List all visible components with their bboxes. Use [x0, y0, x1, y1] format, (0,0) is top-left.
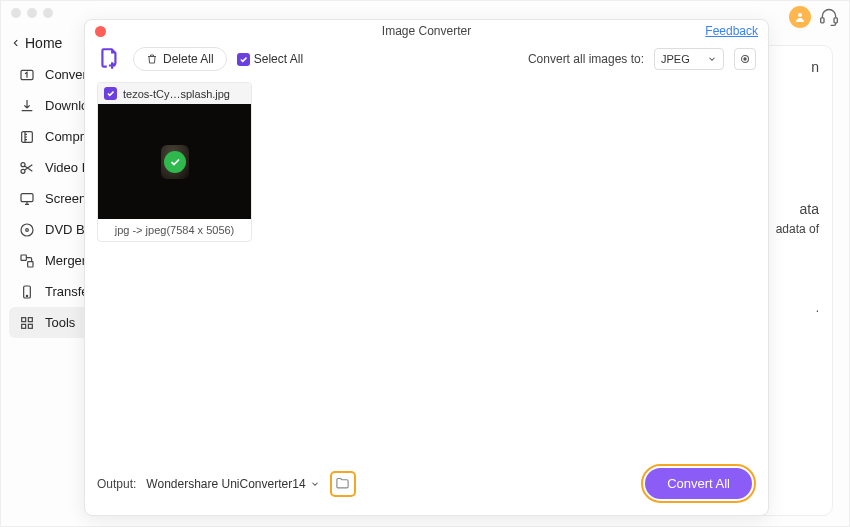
thumbnail-image: [98, 104, 251, 219]
disc-icon: [19, 222, 35, 238]
thumbnail-header: tezos-tCy…splash.jpg: [98, 83, 251, 104]
sidebar-item-label: Tools: [45, 315, 75, 330]
success-badge: [164, 151, 186, 173]
checkbox-checked-icon: [237, 53, 250, 66]
svg-point-13: [26, 295, 27, 296]
header-icons: [789, 6, 839, 28]
bg-heading: ata: [800, 201, 819, 217]
svg-rect-15: [28, 317, 32, 321]
sidebar-item-label: Merger: [45, 253, 86, 268]
traffic-dot[interactable]: [11, 8, 21, 18]
svg-point-9: [26, 228, 29, 231]
bg-sub: .: [816, 301, 819, 315]
svg-point-0: [798, 13, 802, 17]
chevron-down-icon: [707, 54, 717, 64]
chevron-left-icon: [11, 38, 21, 48]
file-name: tezos-tCy…splash.jpg: [123, 88, 230, 100]
svg-rect-16: [22, 324, 26, 328]
add-file-icon: [97, 46, 123, 72]
scissors-icon: [19, 160, 35, 176]
check-icon: [169, 156, 181, 168]
select-all-label: Select All: [254, 52, 303, 66]
format-select[interactable]: JPEG: [654, 48, 724, 70]
svg-rect-17: [28, 324, 32, 328]
modal-titlebar: Image Converter Feedback: [85, 20, 768, 40]
gear-icon: [738, 52, 752, 66]
modal-title: Image Converter: [85, 24, 768, 38]
delete-all-button[interactable]: Delete All: [133, 47, 227, 71]
app-window: Home Converter Downloader Compressor Vid…: [0, 0, 850, 527]
monitor-icon: [19, 191, 35, 207]
delete-all-label: Delete All: [163, 52, 214, 66]
file-thumbnail-card[interactable]: tezos-tCy…splash.jpg jpg -> jpeg(7584 x …: [97, 82, 252, 242]
chevron-down-icon: [310, 479, 320, 489]
format-value: JPEG: [661, 53, 690, 65]
modal-toolbar: Delete All Select All Convert all images…: [85, 40, 768, 82]
svg-rect-14: [22, 317, 26, 321]
avatar[interactable]: [789, 6, 811, 28]
download-icon: [19, 98, 35, 114]
merge-icon: [19, 253, 35, 269]
trash-icon: [146, 53, 158, 65]
modal-body: tezos-tCy…splash.jpg jpg -> jpeg(7584 x …: [85, 82, 768, 454]
output-path-value: Wondershare UniConverter14: [146, 477, 305, 491]
transfer-icon: [19, 284, 35, 300]
svg-point-5: [21, 162, 25, 166]
convert-highlight: Convert All: [641, 464, 756, 503]
traffic-dot[interactable]: [43, 8, 53, 18]
compress-icon: [19, 129, 35, 145]
open-folder-button[interactable]: [330, 471, 356, 497]
modal-footer: Output: Wondershare UniConverter14 Conve…: [85, 454, 768, 515]
select-all-checkbox[interactable]: Select All: [237, 52, 303, 66]
svg-point-19: [744, 58, 746, 60]
svg-point-6: [21, 169, 25, 173]
image-converter-modal: Image Converter Feedback Delete All Sele…: [84, 19, 769, 516]
convert-all-button[interactable]: Convert All: [645, 468, 752, 499]
traffic-dot[interactable]: [27, 8, 37, 18]
headset-icon[interactable]: [819, 7, 839, 27]
back-home[interactable]: Home: [11, 35, 62, 51]
output-label: Output:: [97, 477, 136, 491]
svg-rect-1: [821, 18, 824, 23]
svg-point-8: [21, 224, 33, 236]
grid-icon: [19, 315, 35, 331]
bg-sub: adata of: [776, 222, 819, 236]
svg-rect-7: [21, 193, 33, 201]
svg-rect-2: [834, 18, 837, 23]
checkbox-checked-icon[interactable]: [104, 87, 117, 100]
output-path-select[interactable]: Wondershare UniConverter14: [142, 472, 323, 496]
converter-icon: [19, 67, 35, 83]
convert-to-label: Convert all images to:: [528, 52, 644, 66]
bg-text: n: [811, 59, 819, 75]
folder-icon: [335, 476, 350, 491]
file-info: jpg -> jpeg(7584 x 5056): [98, 219, 251, 241]
add-files-button[interactable]: [97, 46, 123, 72]
settings-button[interactable]: [734, 48, 756, 70]
user-icon: [794, 11, 806, 23]
svg-rect-10: [21, 255, 26, 260]
feedback-link[interactable]: Feedback: [705, 24, 758, 38]
home-label: Home: [25, 35, 62, 51]
svg-rect-11: [28, 261, 33, 266]
